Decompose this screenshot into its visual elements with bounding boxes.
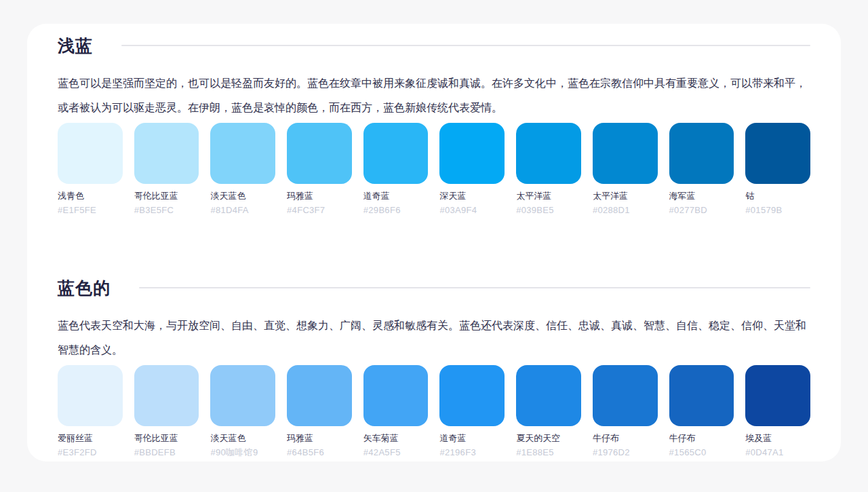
swatch-cell: 哥伦比亚蓝 #BBDEFB	[134, 365, 199, 458]
color-swatch[interactable]	[287, 123, 352, 184]
color-swatch[interactable]	[210, 365, 275, 426]
swatch-cell: 海军蓝 #0277BD	[669, 123, 734, 216]
section-light-blue: 浅蓝 蓝色可以是坚强而坚定的，也可以是轻盈而友好的。蓝色在纹章中被用来象征虔诚和…	[58, 33, 810, 216]
swatch-cell: 深天蓝 #03A9F4	[439, 123, 505, 216]
swatch-name: 淡天蓝色	[210, 191, 275, 202]
swatch-name: 玛雅蓝	[287, 433, 352, 444]
swatch-hex-code: #4FC3F7	[287, 205, 352, 216]
swatch-cell: 道奇蓝 #29B6F6	[363, 123, 429, 216]
color-swatch[interactable]	[58, 365, 123, 426]
swatch-cell: 牛仔布 #1565C0	[669, 365, 734, 458]
color-swatch[interactable]	[593, 365, 658, 426]
swatch-cell: 道奇蓝 #2196F3	[439, 365, 505, 458]
swatch-hex-code: #039BE5	[516, 205, 581, 216]
swatch-name: 浅青色	[58, 191, 123, 202]
section-header: 浅蓝	[58, 33, 810, 58]
color-swatch[interactable]	[745, 123, 810, 184]
swatch-hex-code: #1565C0	[669, 447, 734, 458]
swatch-name: 玛雅蓝	[287, 191, 352, 202]
swatch-cell: 夏天的天空 #1E88E5	[516, 365, 581, 458]
swatch-hex-code: #90咖啡馆9	[210, 447, 275, 458]
color-swatch[interactable]	[439, 365, 505, 426]
swatch-hex-code: #0D47A1	[745, 447, 810, 458]
divider-line	[139, 287, 810, 288]
swatch-hex-code: #1E88E5	[516, 447, 581, 458]
swatch-cell: 太平洋蓝 #039BE5	[516, 123, 581, 216]
swatch-hex-code: #BBDEFB	[134, 447, 199, 458]
color-swatch[interactable]	[439, 123, 505, 184]
swatch-cell: 钴 #01579B	[745, 123, 810, 216]
swatch-name: 夏天的天空	[516, 433, 581, 444]
swatch-cell: 浅青色 #E1F5FE	[58, 123, 123, 216]
color-swatch[interactable]	[134, 365, 199, 426]
color-swatch[interactable]	[134, 123, 199, 184]
color-palette-card: 浅蓝 蓝色可以是坚强而坚定的，也可以是轻盈而友好的。蓝色在纹章中被用来象征虔诚和…	[27, 24, 841, 461]
swatch-cell: 牛仔布 #1976D2	[593, 365, 658, 458]
color-swatch[interactable]	[516, 123, 581, 184]
swatch-hex-code: #29B6F6	[363, 205, 429, 216]
divider-line	[121, 45, 810, 46]
section-blue: 蓝色的 蓝色代表天空和大海，与开放空间、自由、直觉、想象力、广阔、灵感和敏感有关…	[58, 276, 810, 458]
color-swatch[interactable]	[363, 365, 429, 426]
section-header: 蓝色的	[58, 276, 810, 300]
swatch-cell: 爱丽丝蓝 #E3F2FD	[58, 365, 123, 458]
swatch-hex-code: #42A5F5	[363, 447, 429, 458]
swatch-hex-code: #1976D2	[593, 447, 658, 458]
color-swatch[interactable]	[516, 365, 581, 426]
swatch-hex-code: #81D4FA	[210, 205, 275, 216]
section-title: 蓝色的	[58, 276, 111, 300]
swatch-name: 深天蓝	[439, 191, 505, 202]
swatch-hex-code: #64B5F6	[287, 447, 352, 458]
swatch-hex-code: #E1F5FE	[58, 205, 123, 216]
swatch-cell: 哥伦比亚蓝 #B3E5FC	[134, 123, 199, 216]
color-swatch[interactable]	[669, 123, 734, 184]
section-title: 浅蓝	[58, 33, 93, 58]
swatch-name: 哥伦比亚蓝	[134, 433, 199, 444]
swatch-name: 太平洋蓝	[593, 191, 658, 202]
section-description: 蓝色可以是坚强而坚定的，也可以是轻盈而友好的。蓝色在纹章中被用来象征虔诚和真诚。…	[58, 71, 810, 120]
swatch-name: 海军蓝	[669, 191, 734, 202]
color-swatch[interactable]	[287, 365, 352, 426]
swatch-name: 爱丽丝蓝	[58, 433, 123, 444]
color-swatch[interactable]	[669, 365, 734, 426]
swatch-cell: 淡天蓝色 #90咖啡馆9	[210, 365, 275, 458]
swatch-name: 哥伦比亚蓝	[134, 191, 199, 202]
color-swatch[interactable]	[593, 123, 658, 184]
swatch-hex-code: #01579B	[745, 205, 810, 216]
swatch-hex-code: #0288D1	[593, 205, 658, 216]
swatch-cell: 埃及蓝 #0D47A1	[745, 365, 810, 458]
swatch-hex-code: #0277BD	[669, 205, 734, 216]
swatch-hex-code: #03A9F4	[439, 205, 505, 216]
swatch-cell: 矢车菊蓝 #42A5F5	[363, 365, 429, 458]
color-swatch[interactable]	[210, 123, 275, 184]
color-swatch[interactable]	[58, 123, 123, 184]
swatch-hex-code: #E3F2FD	[58, 447, 123, 458]
color-swatch[interactable]	[745, 365, 810, 426]
swatch-name: 道奇蓝	[363, 191, 429, 202]
color-swatch[interactable]	[363, 123, 429, 184]
swatch-cell: 淡天蓝色 #81D4FA	[210, 123, 275, 216]
swatch-name: 埃及蓝	[745, 433, 810, 444]
swatch-name: 牛仔布	[593, 433, 658, 444]
swatch-cell: 玛雅蓝 #4FC3F7	[287, 123, 352, 216]
swatch-name: 钴	[745, 191, 810, 202]
swatch-cell: 玛雅蓝 #64B5F6	[287, 365, 352, 458]
swatch-grid-blue: 爱丽丝蓝 #E3F2FD 哥伦比亚蓝 #BBDEFB 淡天蓝色 #90咖啡馆9 …	[58, 365, 810, 458]
swatch-cell: 太平洋蓝 #0288D1	[593, 123, 658, 216]
swatch-name: 道奇蓝	[439, 433, 505, 444]
swatch-name: 太平洋蓝	[516, 191, 581, 202]
swatch-hex-code: #2196F3	[439, 447, 505, 458]
swatch-grid-light-blue: 浅青色 #E1F5FE 哥伦比亚蓝 #B3E5FC 淡天蓝色 #81D4FA 玛…	[58, 123, 810, 216]
swatch-name: 淡天蓝色	[210, 433, 275, 444]
section-description: 蓝色代表天空和大海，与开放空间、自由、直觉、想象力、广阔、灵感和敏感有关。蓝色还…	[58, 314, 810, 362]
swatch-name: 牛仔布	[669, 433, 734, 444]
swatch-name: 矢车菊蓝	[363, 433, 429, 444]
swatch-hex-code: #B3E5FC	[134, 205, 199, 216]
